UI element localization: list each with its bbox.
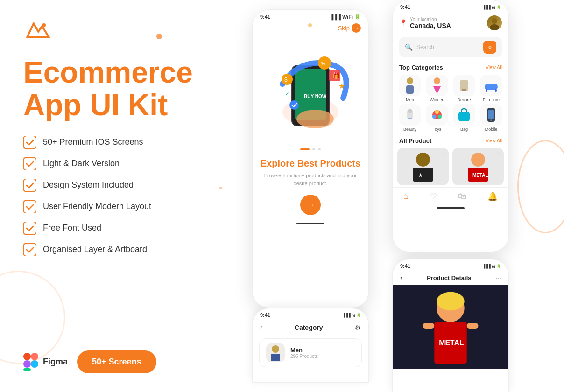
user-avatar[interactable] [487, 15, 502, 30]
categories-grid: Men Women [393, 73, 508, 133]
product-detail-image: METAL [393, 285, 508, 369]
category-filter-icon[interactable]: ⚙ [355, 324, 361, 331]
nav-notifications[interactable]: 🔔 [487, 191, 498, 202]
svg-rect-34 [486, 89, 487, 92]
svg-rect-1 [23, 136, 36, 149]
back-button[interactable]: ‹ [260, 323, 262, 332]
phone2-content: 📍 Your location Canada, USA 🔍 Search [393, 12, 508, 252]
location-bar: 📍 Your location Canada, USA [393, 12, 508, 34]
status-icons-2: ▐▐▐ ))) 🔋 [483, 5, 501, 9]
svg-point-22 [289, 100, 299, 110]
product-card-1[interactable]: ★ ♡ [397, 148, 449, 185]
top-categories-title: Top Categories [399, 64, 443, 71]
category-furniture[interactable]: Furniture [479, 75, 504, 102]
category-beauty[interactable]: Beauty [397, 104, 423, 132]
wishlist-icon-1[interactable]: ♡ [440, 151, 446, 158]
women-icon [426, 75, 448, 96]
decore-icon [453, 75, 475, 96]
svg-point-53 [272, 345, 279, 353]
svg-text:METAL: METAL [472, 173, 488, 178]
feature-item-4: User Friendly Modern Layout [23, 200, 191, 213]
nav-wishlist[interactable]: ♡ [430, 191, 437, 202]
check-icon-6 [23, 243, 36, 256]
back-button-detail[interactable]: ‹ [400, 273, 402, 282]
status-time-3: 9:41 [260, 312, 270, 318]
svg-text:$: $ [284, 77, 288, 83]
top-categories-header: Top Categories View All [393, 60, 508, 73]
phone-onboarding: 9:41 ▐▐▐ WiFi 🔋 Skip → BUY NOW [252, 9, 369, 308]
next-button[interactable]: → [300, 195, 321, 215]
svg-rect-35 [495, 89, 497, 92]
home-indicator-2 [437, 207, 465, 209]
location-value: Canada, USA [410, 22, 451, 29]
svg-point-41 [432, 115, 436, 119]
status-time-4: 9:41 [400, 263, 410, 269]
feature-item-5: Free Font Used [23, 222, 191, 235]
svg-rect-45 [488, 110, 494, 119]
view-all-products[interactable]: View All [486, 138, 502, 143]
phone-home: 9:41 ▐▐▐ ))) 🔋 📍 Your location Canada, U… [392, 0, 509, 252]
svg-point-30 [434, 77, 440, 84]
skip-button[interactable]: Skip → [338, 23, 361, 33]
pagination-dots [300, 148, 321, 150]
status-time-1: 9:41 [260, 14, 270, 20]
title-line2: App UI Kit [23, 88, 168, 122]
svg-rect-2 [23, 157, 36, 170]
search-icon: 🔍 [405, 43, 413, 51]
check-icon-3 [23, 179, 36, 192]
svg-point-42 [438, 115, 442, 119]
search-placeholder: Search [416, 44, 479, 50]
nav-cart[interactable]: 🛍 [458, 191, 466, 202]
decor-dot-1 [308, 23, 312, 27]
feature-item-3: Design System Included [23, 179, 191, 192]
svg-point-27 [490, 24, 499, 30]
feature-item-1: 50+ Premium IOS Screens [23, 136, 191, 149]
screens-button[interactable]: 50+ Screens [77, 350, 156, 373]
svg-rect-61 [467, 323, 479, 329]
category-toys[interactable]: Toys [424, 104, 450, 132]
arc-decor-bottom [0, 271, 65, 364]
filter-button[interactable]: ⚙ [483, 41, 496, 54]
category-men[interactable]: Men [397, 75, 423, 102]
men-category-count: 295 Products [290, 354, 355, 359]
bag-icon [453, 104, 475, 126]
more-options-icon[interactable]: ··· [495, 274, 501, 281]
svg-point-23 [296, 110, 334, 128]
nav-home[interactable]: ⌂ [403, 191, 409, 202]
products-grid: ★ ♡ METAL ♡ [393, 146, 508, 187]
product-detail-title: Product Details [427, 274, 471, 281]
svg-rect-5 [23, 222, 36, 235]
status-bar-4: 9:41 ▐▐▐ ))) 🔋 [393, 259, 508, 271]
phone-product-detail: 9:41 ▐▐▐ ))) 🔋 ‹ Product Details ··· MET… [392, 259, 509, 392]
category-bag[interactable]: Bag [451, 104, 477, 132]
view-all-categories[interactable]: View All [486, 65, 502, 70]
check-icon-2 [23, 157, 36, 170]
product-card-2[interactable]: METAL ♡ [452, 148, 504, 185]
svg-rect-38 [408, 118, 412, 119]
bag-label: Bag [460, 127, 468, 132]
svg-text:METAL: METAL [439, 339, 464, 347]
onboarding-illustration: BUY NOW $ 🎁 % ★ [259, 37, 362, 140]
category-women[interactable]: Women [424, 75, 450, 102]
svg-text:★: ★ [338, 82, 345, 90]
beauty-label: Beauty [403, 127, 416, 132]
furniture-icon [480, 75, 502, 96]
wishlist-icon-2[interactable]: ♡ [495, 151, 501, 158]
svg-rect-48 [413, 168, 433, 182]
search-bar[interactable]: 🔍 Search ⚙ [399, 37, 502, 57]
category-header: ‹ Category ⚙ [253, 320, 368, 336]
category-mobile[interactable]: Mobile [479, 104, 504, 132]
toys-icon [426, 104, 448, 126]
svg-text:%: % [321, 61, 325, 66]
category-decore[interactable]: Decore [451, 75, 477, 102]
svg-rect-43 [458, 112, 470, 121]
men-category-item[interactable]: Men 295 Products [259, 338, 362, 367]
svg-point-46 [490, 119, 492, 121]
svg-rect-29 [406, 85, 414, 94]
onboarding-desc: Browse 5 million+ products and find your… [262, 172, 359, 187]
men-category-name: Men [290, 347, 355, 354]
svg-rect-6 [23, 243, 36, 256]
svg-rect-10 [23, 368, 31, 371]
check-icon-1 [23, 136, 36, 149]
svg-point-28 [407, 77, 413, 84]
